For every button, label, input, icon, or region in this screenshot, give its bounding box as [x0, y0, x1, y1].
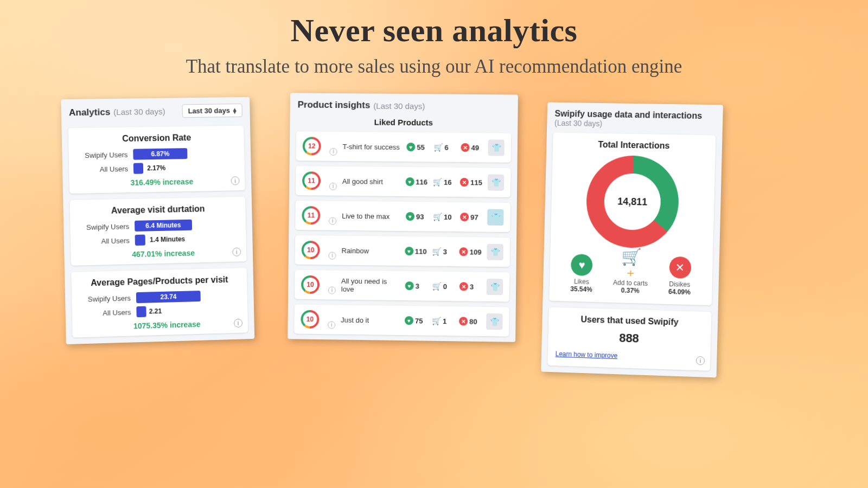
- product-row[interactable]: 10iJust do it♥75🛒1✕80👕: [294, 305, 509, 337]
- likes-value: 3: [416, 282, 419, 290]
- product-thumbnail: 👕: [487, 209, 503, 226]
- product-name: Just do it: [341, 316, 399, 324]
- carts-value: 10: [444, 213, 452, 221]
- dislikes-stat: ✕109: [459, 247, 482, 256]
- interactions-total: 14,811: [604, 173, 661, 230]
- carts-stat: 🛒10: [433, 213, 455, 221]
- hero-subtitle: That translate to more sales using our A…: [0, 56, 868, 78]
- likes-pct: 35.54%: [570, 285, 592, 293]
- rank-ring: 11: [302, 206, 320, 224]
- likes-value: 75: [415, 317, 423, 325]
- metric-row: Swipify Users6.4 Minutes: [78, 219, 238, 233]
- dislikes-value: 80: [469, 317, 477, 325]
- period-select[interactable]: Last 30 days: [182, 104, 242, 118]
- dislikes-stat: ✕97: [460, 213, 482, 221]
- info-icon[interactable]: i: [329, 148, 337, 156]
- bar-track: 2.17%: [133, 162, 237, 174]
- info-icon[interactable]: i: [329, 183, 337, 190]
- close-icon: ✕: [459, 282, 468, 291]
- heart-icon: ♥: [405, 177, 414, 186]
- product-thumbnail: 👕: [488, 174, 504, 190]
- heart-icon: ♥: [406, 143, 415, 151]
- cart-icon: 🛒⁺: [620, 255, 642, 277]
- row-label: All Users: [80, 308, 131, 318]
- rank-ring: 11: [302, 171, 321, 190]
- rank-value: 10: [307, 281, 314, 288]
- row-label: All Users: [78, 236, 130, 246]
- heart-icon: ♥: [405, 316, 413, 325]
- dislikes-value: 3: [470, 282, 474, 291]
- likes-value: 110: [415, 247, 427, 255]
- rank-value: 10: [307, 316, 314, 323]
- metric-increase: 467.01% increase: [132, 248, 239, 259]
- row-label: Swipify Users: [79, 294, 131, 304]
- close-icon: ✕: [461, 143, 469, 152]
- dislikes-value: 115: [470, 178, 482, 187]
- bar-track: 2.21: [136, 304, 240, 317]
- dislikes-value: 49: [471, 144, 479, 152]
- info-icon[interactable]: i: [328, 252, 336, 259]
- info-icon[interactable]: i: [234, 319, 242, 328]
- rank-value: 12: [308, 142, 315, 150]
- info-icon[interactable]: i: [328, 321, 335, 329]
- row-label: Swipify Users: [76, 150, 128, 159]
- product-name: All you need is love: [341, 277, 400, 294]
- carts-stat: 🛒1: [432, 317, 454, 325]
- learn-link[interactable]: Learn how to improve: [556, 350, 618, 360]
- chevron-updown-icon: [233, 107, 237, 114]
- product-row[interactable]: 11iLive to the max♥93🛒10✕97👕: [295, 201, 510, 232]
- product-thumbnail: 👕: [487, 279, 503, 295]
- product-thumbnail: 👕: [487, 244, 503, 260]
- metric-title: Average Pages/Products per visit: [79, 274, 240, 288]
- row-label: All Users: [76, 164, 128, 174]
- carts-value: 1: [443, 317, 446, 325]
- metric-card: Conversion RateSwipify Users6.87%All Use…: [68, 126, 245, 194]
- product-row[interactable]: 12iT-shirt for success♥55🛒6✕49👕: [296, 131, 511, 163]
- product-thumbnail: 👕: [486, 313, 502, 330]
- rank-ring: 12: [303, 137, 321, 155]
- carts-label: Add to carts: [613, 279, 648, 287]
- bar-track: 1.4 Minutes: [135, 233, 239, 246]
- dislikes-pct: 64.09%: [668, 288, 691, 296]
- info-icon[interactable]: i: [232, 248, 241, 256]
- product-row[interactable]: 11iAll good shirt♥116🛒16✕115👕: [296, 166, 510, 197]
- carts-value: 0: [443, 282, 447, 290]
- rank-ring: 10: [302, 241, 320, 259]
- bar-track: 6.87%: [133, 147, 237, 160]
- analytics-title: Analytics: [69, 107, 111, 118]
- bar-value: 2.17%: [143, 164, 165, 172]
- total-interactions-card: Total Interactions 14,811 ♥ Likes 35.54%…: [549, 132, 716, 305]
- info-icon[interactable]: i: [328, 286, 336, 294]
- cart-icon: 🛒: [432, 248, 442, 255]
- metric-card: Average visit durtationSwipify Users6.4 …: [69, 197, 246, 266]
- bar-value: 1.4 Minutes: [145, 235, 185, 244]
- close-icon: ✕: [459, 247, 468, 256]
- bar-value: 6.87%: [151, 150, 169, 158]
- info-icon[interactable]: i: [329, 217, 336, 225]
- product-row[interactable]: 10iRainbow♥110🛒3✕109👕: [295, 235, 510, 267]
- product-name: All good shirt: [342, 177, 400, 185]
- carts-stat: 🛒3: [432, 247, 454, 255]
- carts-stat: 🛒6: [433, 143, 455, 151]
- heart-icon: ♥: [571, 254, 593, 276]
- interactions-donut: 14,811: [585, 155, 680, 249]
- product-insights-period: (Last 30 days): [373, 101, 425, 111]
- info-icon[interactable]: i: [696, 356, 705, 365]
- info-icon[interactable]: i: [231, 176, 239, 185]
- carts-pct: 0.37%: [613, 286, 648, 295]
- dislikes-label: Disikes: [668, 280, 691, 288]
- analytics-panel: Analytics (Last 30 days) Last 30 days Co…: [61, 97, 254, 344]
- cart-icon: 🛒: [433, 178, 442, 186]
- carts-stat: 🛒0: [432, 282, 454, 290]
- product-insights-panel: Product insights (Last 30 days) Liked Pr…: [288, 93, 518, 342]
- product-row[interactable]: 10iAll you need is love♥3🛒0✕3👕: [295, 270, 509, 302]
- dislikes-summary: ✕ Disikes 64.09%: [668, 256, 692, 296]
- dislikes-value: 97: [470, 213, 478, 221]
- product-thumbnail: 👕: [488, 139, 504, 156]
- cart-icon: 🛒: [433, 213, 442, 221]
- likes-stat: ♥75: [405, 316, 426, 325]
- heart-icon: ♥: [405, 247, 413, 255]
- likes-stat: ♥110: [405, 247, 427, 255]
- analytics-period: (Last 30 days): [113, 107, 165, 117]
- metric-title: Conversion Rate: [76, 132, 237, 145]
